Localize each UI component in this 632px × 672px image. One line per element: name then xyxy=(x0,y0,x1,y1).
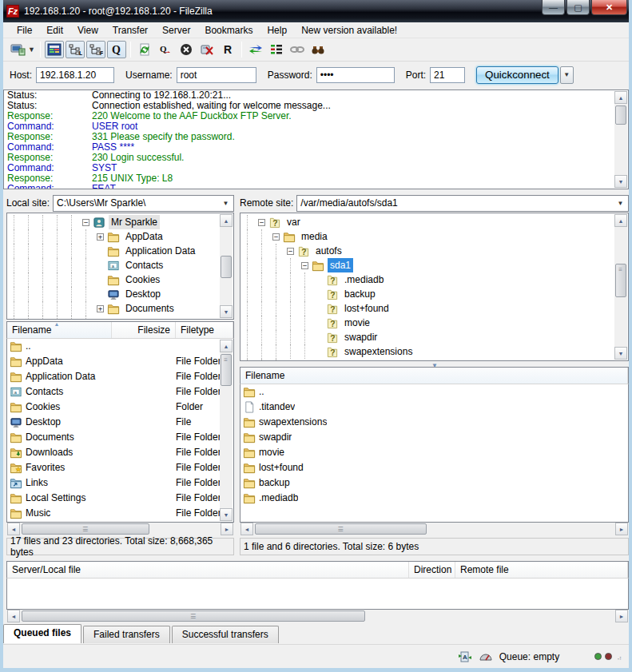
tree-item-label[interactable]: Application Data xyxy=(123,244,197,258)
menu-item-help[interactable]: Help xyxy=(260,23,294,38)
file-row-swapextensions[interactable]: swapextensions xyxy=(240,415,628,430)
quickconnect-dropdown[interactable]: ▼ xyxy=(560,66,574,84)
remote-tree-pane[interactable]: −?var−media−?autofs−sda1?.mediadb?backup… xyxy=(240,213,629,361)
file-row-cookies[interactable]: CookiesFolder xyxy=(7,400,220,415)
remote-list-header[interactable]: Filename xyxy=(240,367,629,384)
site-manager-icon[interactable]: ▼ xyxy=(9,41,36,58)
tree-item-mr-sparkle[interactable]: −Mr Sparkle xyxy=(7,215,220,229)
chevron-down-icon[interactable]: ▼ xyxy=(220,197,232,209)
reconnect-icon[interactable]: R xyxy=(218,41,237,58)
scroll-down-icon[interactable]: ▼ xyxy=(614,347,627,360)
column-filetype[interactable]: Filetype xyxy=(176,322,233,338)
scroll-up-icon[interactable]: ▲ xyxy=(614,214,627,227)
collapse-icon[interactable]: − xyxy=(272,233,280,241)
tab-successful-transfers[interactable]: Successful transfers xyxy=(172,626,279,643)
tree-item-label[interactable]: Contacts xyxy=(123,258,165,272)
expand-icon[interactable]: + xyxy=(97,305,104,312)
disconnect-icon[interactable] xyxy=(197,41,217,58)
tree-item-label[interactable]: lost+found xyxy=(342,301,392,316)
scroll-down-icon[interactable]: ▼ xyxy=(220,508,233,521)
tree-item-label[interactable]: Mr Sparkle xyxy=(109,215,160,229)
tree-item-swapextensions[interactable]: ?swapextensions xyxy=(240,344,614,359)
maximize-button[interactable]: ▢ xyxy=(566,0,590,15)
column-filename[interactable]: ▲ Filename xyxy=(7,322,112,338)
tab-failed-transfers[interactable]: Failed transfers xyxy=(83,626,170,643)
tree-item-label[interactable]: swapextensions xyxy=(342,344,415,359)
cancel-icon[interactable] xyxy=(177,41,196,58)
tree-item-var[interactable]: −?var xyxy=(240,215,614,229)
scroll-left-icon[interactable]: ◄ xyxy=(7,523,20,535)
tree-item-label[interactable]: autofs xyxy=(313,244,344,258)
file-row-application-data[interactable]: Application DataFile Folder xyxy=(7,369,220,384)
tree-item-appdata[interactable]: +AppData xyxy=(7,229,220,244)
column-filesize[interactable]: Filesize xyxy=(112,322,176,338)
tree-item-label[interactable]: Downloads xyxy=(123,316,175,320)
message-log-toggle-icon[interactable] xyxy=(45,41,64,58)
directory-filter-icon[interactable] xyxy=(267,41,286,58)
close-button[interactable]: ✕ xyxy=(591,0,627,15)
port-input[interactable] xyxy=(430,67,465,83)
file-row--[interactable]: .. xyxy=(240,384,628,400)
tree-item-media[interactable]: −media xyxy=(240,229,614,244)
local-tree-pane[interactable]: −Mr Sparkle+AppDataApplication DataaCont… xyxy=(6,213,234,320)
file-row-local-settings[interactable]: Local SettingsFile Folder xyxy=(7,491,220,506)
search-icon[interactable] xyxy=(308,41,328,58)
scroll-left-icon[interactable]: ◄ xyxy=(7,610,20,622)
menu-item-file[interactable]: File xyxy=(10,23,39,38)
tree-item-contacts[interactable]: aContacts xyxy=(7,258,220,272)
expand-icon[interactable]: + xyxy=(97,320,104,320)
queue-hscrollbar[interactable]: ◄ ☰ ► xyxy=(7,610,628,622)
tree-item-label[interactable]: media xyxy=(299,229,330,244)
tree-item-label[interactable]: AppData xyxy=(123,229,165,244)
file-row-backup[interactable]: backup xyxy=(240,475,628,491)
tree-item-label[interactable]: backup xyxy=(342,287,378,301)
tree-item-lost-found[interactable]: ?lost+found xyxy=(240,301,614,316)
file-row--titandev[interactable]: .titandev xyxy=(240,400,628,415)
tree-item-dvd[interactable]: ?dvd xyxy=(240,359,614,361)
chevron-down-icon[interactable]: ▼ xyxy=(28,46,35,54)
scroll-left-icon[interactable]: ◄ xyxy=(240,523,253,535)
chevron-down-icon[interactable]: ▼ xyxy=(614,197,626,209)
tree-item-label[interactable]: movie xyxy=(342,316,372,330)
remote-hscrollbar[interactable]: ◄ ☰ ► xyxy=(240,523,628,535)
scroll-right-icon[interactable]: ► xyxy=(615,610,628,622)
title-bar[interactable]: Fz 192.168.1.20 - root@192.168.1.20 - Fi… xyxy=(0,0,632,22)
minimize-button[interactable]: — xyxy=(542,0,565,15)
process-queue-icon[interactable]: Q xyxy=(156,41,175,58)
collapse-icon[interactable]: − xyxy=(258,219,265,226)
tree-item-label[interactable]: Desktop xyxy=(123,287,163,301)
menu-item-view[interactable]: View xyxy=(70,23,105,38)
file-row-favorites[interactable]: FavoritesFile Folder xyxy=(7,460,220,475)
tree-item-cookies[interactable]: Cookies xyxy=(7,272,220,287)
queue-toggle-icon[interactable]: Q xyxy=(107,41,126,58)
tree-item-label[interactable]: .mediadb xyxy=(342,272,386,287)
tree-item-documents[interactable]: +Documents xyxy=(7,301,220,316)
scroll-up-icon[interactable]: ▲ xyxy=(614,91,627,104)
host-input[interactable] xyxy=(36,67,114,83)
scroll-up-icon[interactable]: ▲ xyxy=(220,214,233,227)
column-server-local-file[interactable]: Server/Local file xyxy=(7,562,409,578)
menu-item-bookmarks[interactable]: Bookmarks xyxy=(197,23,260,38)
menu-item-edit[interactable]: Edit xyxy=(39,23,70,38)
tree-item-downloads[interactable]: +Downloads xyxy=(7,316,220,320)
local-list-header[interactable]: ▲ Filename Filesize Filetype xyxy=(6,321,234,339)
queue-header[interactable]: Server/Local file Direction Remote file xyxy=(6,561,629,579)
scroll-right-icon[interactable]: ► xyxy=(221,523,233,535)
tree-item-label[interactable]: dvd xyxy=(313,359,333,361)
tree-item-movie[interactable]: ?movie xyxy=(240,316,614,330)
collapse-icon[interactable]: − xyxy=(287,248,294,255)
speed-limits-icon[interactable] xyxy=(479,650,493,663)
tree-item-sda1[interactable]: −sda1 xyxy=(240,258,614,272)
transfer-type-icon[interactable]: A xyxy=(458,650,472,663)
local-file-list[interactable]: ..AppDataFile FolderApplication DataFile… xyxy=(6,339,234,523)
tree-item-label[interactable]: Documents xyxy=(123,301,177,316)
file-row-lost-found[interactable]: lost+found xyxy=(240,460,628,475)
file-row--mediadb[interactable]: .mediadb xyxy=(240,491,628,506)
file-row-downloads[interactable]: DownloadsFile Folder xyxy=(7,445,220,460)
tree-item-label[interactable]: Cookies xyxy=(123,272,162,287)
tree-item-label[interactable]: var xyxy=(284,215,303,229)
tree-item-backup[interactable]: ?backup xyxy=(240,287,614,301)
menu-item-transfer[interactable]: Transfer xyxy=(105,23,155,38)
tree-item-autofs[interactable]: −?autofs xyxy=(240,244,614,258)
local-list-scrollbar[interactable]: ▲ ≡ ▼ xyxy=(220,340,233,521)
